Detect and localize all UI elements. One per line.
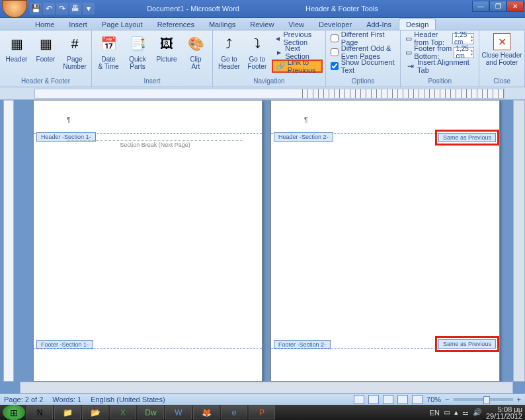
start-button[interactable]: ⊞	[3, 405, 25, 420]
clipart-button[interactable]: 🎨Clip Art	[182, 32, 210, 77]
taskbar-excel-icon[interactable]: X	[110, 405, 136, 419]
page-1-footer-area[interactable]	[34, 348, 262, 381]
zoom-out-button[interactable]: −	[445, 396, 449, 403]
header-top-icon: ▭	[405, 34, 412, 43]
group-close-label: Close	[482, 77, 522, 85]
tray-arrow-icon[interactable]: ▴	[454, 408, 458, 417]
goto-footer-button[interactable]: ⤵Go to Footer	[244, 32, 270, 77]
tab-add-ins[interactable]: Add-Ins	[359, 19, 399, 30]
document-area: ¶ Header -Section 1- Section Break (Next…	[0, 100, 525, 394]
tray-flag-icon[interactable]: ▭	[444, 408, 450, 417]
tab-insert[interactable]: Insert	[61, 19, 95, 30]
footer-button[interactable]: ▦Footer	[32, 32, 60, 77]
close-button[interactable]: ✕	[506, 1, 524, 12]
goto-footer-icon: ⤵	[247, 33, 268, 54]
header-from-top-spinner[interactable]: 1,25 cm	[452, 33, 474, 44]
restore-button[interactable]: ❐	[489, 1, 506, 12]
insert-alignment-tab-button[interactable]: ⇥Insert Alignment Tab	[403, 60, 476, 73]
page-2[interactable]: ¶ Header -Section 2- Same as Previous Fo…	[270, 100, 500, 382]
group-insert-label: Insert	[95, 77, 210, 85]
office-button[interactable]	[2, 0, 27, 18]
prev-section-icon: ◂	[274, 33, 282, 44]
date-time-button[interactable]: 📅Date & Time	[95, 32, 122, 77]
full-screen-view-icon[interactable]	[368, 395, 379, 404]
taskbar-explorer-icon[interactable]: 📁	[54, 405, 81, 419]
picture-icon: 🖼	[156, 33, 177, 54]
page-number-icon: #	[64, 33, 85, 54]
footer-bottom-icon: ▭	[405, 48, 412, 57]
next-section-button[interactable]: ▸Next Section	[272, 46, 323, 59]
status-bar: Page: 2 of 2 Words: 1 English (United St…	[0, 394, 525, 405]
undo-icon[interactable]: ↶	[43, 3, 55, 15]
footer-icon: ▦	[35, 33, 56, 54]
different-first-page-checkbox[interactable]: Different First Page	[329, 32, 398, 45]
taskbar-onenote-icon[interactable]: N	[26, 405, 53, 419]
zoom-in-button[interactable]: +	[517, 396, 521, 403]
save-icon[interactable]: 💾	[30, 3, 42, 15]
page-2-footer-area[interactable]	[271, 348, 499, 381]
status-words[interactable]: Words: 1	[52, 396, 81, 403]
qat-more-icon[interactable]: ▾	[83, 3, 95, 15]
picture-button[interactable]: 🖼Picture	[153, 32, 181, 77]
pilcrow-icon: ¶	[304, 116, 307, 124]
page-1[interactable]: ¶ Header -Section 1- Section Break (Next…	[33, 100, 262, 382]
link-icon: 🔗	[276, 61, 286, 71]
goto-header-icon: ⤴	[218, 33, 239, 54]
print-icon[interactable]: 🖶	[69, 3, 81, 15]
close-header-footer-button[interactable]: ✕Close Header and Footer	[482, 32, 522, 77]
vertical-ruler[interactable]	[3, 100, 14, 382]
header-button[interactable]: ▦Header	[3, 32, 30, 77]
close-x-icon: ✕	[493, 33, 510, 50]
group-header-footer-label: Header & Footer	[3, 77, 89, 85]
taskbar-word-icon[interactable]: W	[165, 405, 192, 419]
outline-view-icon[interactable]	[397, 395, 408, 404]
tab-references[interactable]: References	[150, 19, 202, 30]
previous-section-button[interactable]: ◂Previous Section	[272, 32, 323, 45]
page-number-button[interactable]: #Page Number	[61, 32, 89, 77]
print-layout-view-icon[interactable]	[354, 395, 364, 404]
web-layout-view-icon[interactable]	[383, 395, 393, 404]
tab-design[interactable]: Design	[399, 19, 436, 30]
footer-from-bottom-spinner[interactable]: 1,25 cm	[454, 47, 474, 58]
calendar-icon: 📅	[98, 33, 119, 54]
pilcrow-icon: ¶	[67, 116, 70, 124]
tray-language[interactable]: EN	[430, 409, 440, 417]
minimize-button[interactable]: —	[472, 1, 489, 12]
tab-developer[interactable]: Developer	[311, 19, 359, 30]
taskbar-dreamweaver-icon[interactable]: Dw	[138, 405, 164, 419]
taskbar-ie-icon[interactable]: e	[221, 405, 247, 419]
section-break-indicator: Section Break (Next Page)	[67, 140, 243, 148]
taskbar-firefox-icon[interactable]: 🦊	[193, 405, 220, 419]
ribbon-tabs: Home Insert Page Layout References Maili…	[0, 18, 525, 30]
goto-header-button[interactable]: ⤴Go to Header	[216, 32, 243, 77]
alignment-tab-icon: ⇥	[406, 61, 415, 71]
status-language[interactable]: English (United States)	[91, 396, 165, 403]
horizontal-ruler[interactable]	[0, 87, 525, 100]
tab-review[interactable]: Review	[243, 19, 281, 30]
tray-sound-icon[interactable]: 🔊	[473, 408, 482, 417]
taskbar-folder-icon[interactable]: 📂	[82, 405, 108, 419]
tab-page-layout[interactable]: Page Layout	[95, 19, 150, 30]
tab-view[interactable]: View	[281, 19, 311, 30]
quick-parts-button[interactable]: 📑Quick Parts	[124, 32, 151, 77]
group-position-label: Position	[403, 77, 476, 85]
tray-network-icon[interactable]: ⚍	[462, 408, 469, 417]
show-document-text-checkbox[interactable]: Show Document Text	[329, 60, 398, 73]
group-options-label: Options	[329, 77, 398, 85]
windows-taskbar: ⊞ N 📁 📂 X Dw W 🦊 e P EN ▭ ▴ ⚍ 🔊 5:08 μμ2…	[0, 405, 525, 420]
ribbon: ▦Header ▦Footer #Page Number Header & Fo…	[0, 30, 525, 87]
different-odd-even-checkbox[interactable]: Different Odd & Even Pages	[329, 46, 398, 59]
vertical-scrollbar[interactable]	[513, 100, 525, 382]
tab-home[interactable]: Home	[28, 19, 61, 30]
draft-view-icon[interactable]	[412, 395, 423, 404]
horizontal-scrollbar[interactable]	[20, 382, 513, 394]
status-page[interactable]: Page: 2 of 2	[4, 396, 43, 403]
redo-icon[interactable]: ↷	[56, 3, 68, 15]
title-text: Document1 - Microsoft Word Header & Foot…	[147, 5, 378, 13]
taskbar-powerpoint-icon[interactable]: P	[249, 405, 275, 419]
zoom-level[interactable]: 70%	[426, 396, 441, 403]
tray-clock[interactable]: 5:08 μμ29/11/2012	[486, 406, 522, 419]
link-to-previous-button[interactable]: 🔗Link to Previous	[272, 60, 323, 73]
tab-mailings[interactable]: Mailings	[202, 19, 243, 30]
zoom-slider[interactable]	[454, 398, 513, 401]
